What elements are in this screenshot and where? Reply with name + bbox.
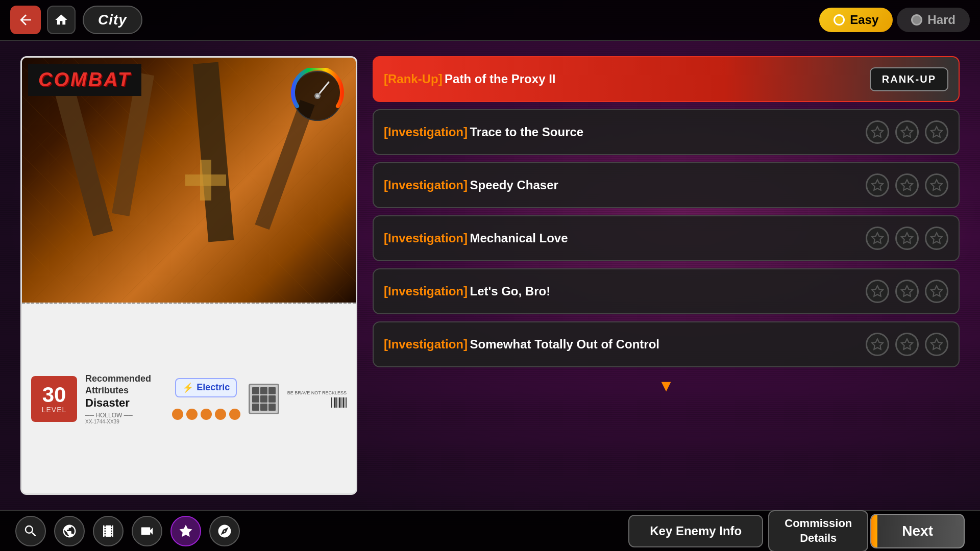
svg-marker-15 (931, 286, 942, 296)
dot-2 (186, 409, 198, 420)
mission-name-4: Let's Go, Bro! (470, 284, 550, 298)
combat-card: COMBAT (20, 56, 357, 495)
next-button[interactable]: Next (870, 514, 965, 548)
svg-marker-10 (872, 233, 883, 243)
mission-name-0: Path of the Proxy II (445, 72, 555, 86)
back-button[interactable] (10, 6, 41, 34)
commission-line1: Commission (785, 517, 852, 530)
electric-label: Electric (197, 382, 230, 393)
svg-marker-8 (901, 180, 913, 190)
grid-cell (252, 395, 259, 403)
hard-button[interactable]: Hard (897, 8, 970, 32)
barcode-lines (331, 397, 347, 408)
commission-line2: Details (800, 532, 837, 544)
barcode-line (336, 397, 337, 408)
recommended-label: Recommended Attributes (85, 373, 164, 397)
building-3 (193, 62, 234, 242)
mission-label-wrap: [Rank-Up] Path of the Proxy II (384, 66, 870, 92)
mission-item-5[interactable]: [Investigation] Somewhat Totally Out of … (373, 321, 960, 367)
star-1 (866, 173, 889, 197)
hard-circle (911, 14, 922, 26)
barcode-line (339, 397, 340, 408)
right-info: ⚡ Electric (172, 378, 240, 420)
electric-icon: ⚡ (182, 382, 193, 393)
mission-bracket-2: [Investigation] (384, 178, 468, 192)
barcode-line (345, 397, 345, 408)
bottombar: Key Enemy Info Commission Details Next (0, 510, 980, 551)
svg-marker-7 (872, 180, 883, 190)
brave-label: BE BRAVE NOT RECKLESS (287, 390, 347, 395)
dot-3 (201, 409, 212, 420)
mission-item-3[interactable]: [Investigation] Mechanical Love (373, 215, 960, 261)
dot-1 (172, 409, 183, 420)
dot-4 (215, 409, 226, 420)
combat-title: COMBAT (38, 69, 131, 90)
star-2 (895, 333, 919, 356)
star-1 (866, 280, 889, 303)
star-2 (895, 173, 919, 197)
camera-button[interactable] (132, 516, 162, 546)
topbar: City Easy Hard (0, 0, 980, 41)
mission-bracket-4: [Investigation] (384, 284, 468, 298)
attr-info: Recommended Attributes Disaster ── HOLLO… (85, 373, 164, 425)
mission-item-1[interactable]: [Investigation] Trace to the Source (373, 109, 960, 155)
svg-marker-16 (872, 339, 883, 349)
mission-name-1: Trace to the Source (470, 125, 583, 139)
grid-cell (260, 387, 267, 394)
grid-cell (260, 395, 267, 403)
star-3 (925, 280, 948, 303)
star-3 (925, 120, 948, 144)
svg-marker-17 (901, 339, 913, 349)
barcode-line (342, 397, 342, 408)
mission-item-4[interactable]: [Investigation] Let's Go, Bro! (373, 268, 960, 314)
mission-label-wrap-3: [Investigation] Mechanical Love (384, 225, 866, 252)
combat-info: 30 LEVEL Recommended Attributes Disaster… (22, 303, 356, 493)
star-3 (925, 333, 948, 356)
rank-up-badge: RANK-UP (870, 67, 948, 91)
star-2 (895, 120, 919, 144)
svg-marker-5 (901, 127, 913, 137)
star-2 (895, 280, 919, 303)
barcode-line (343, 397, 344, 408)
barcode-line (331, 397, 332, 408)
mission-item-rank-up[interactable]: [Rank-Up] Path of the Proxy II RANK-UP (373, 56, 960, 102)
svg-marker-6 (931, 127, 942, 137)
key-enemy-button[interactable]: Key Enemy Info (628, 515, 763, 547)
mission-stars-3 (866, 227, 948, 250)
mission-item-2[interactable]: [Investigation] Speedy Chaser (373, 162, 960, 208)
purple-button[interactable] (170, 516, 201, 546)
grid-cell (268, 404, 276, 411)
combat-header: COMBAT (28, 64, 141, 96)
barcode-line (338, 397, 338, 408)
star-3 (925, 227, 948, 250)
barcode-line (335, 397, 336, 408)
easy-label: Easy (850, 13, 878, 27)
mission-stars-5 (866, 333, 948, 356)
grid-cell (268, 395, 276, 403)
svg-marker-18 (931, 339, 942, 349)
easy-circle (834, 14, 845, 26)
svg-marker-4 (872, 127, 883, 137)
chevron-down-icon: ▼ (658, 377, 674, 395)
easy-button[interactable]: Easy (819, 8, 893, 32)
difficulty-group: Easy Hard (819, 8, 970, 32)
scroll-down: ▼ (373, 377, 960, 395)
mission-list: [Rank-Up] Path of the Proxy II RANK-UP [… (373, 56, 960, 495)
svg-marker-9 (931, 180, 942, 190)
commission-button[interactable]: Commission Details (768, 510, 868, 551)
home-button[interactable] (47, 6, 76, 34)
globe-button[interactable] (54, 516, 85, 546)
settings-button[interactable] (209, 516, 240, 546)
film-button[interactable] (93, 516, 124, 546)
mission-label-wrap-2: [Investigation] Speedy Chaser (384, 172, 866, 198)
grid-cell (252, 387, 259, 394)
svg-point-3 (316, 94, 319, 97)
barcode-line (334, 397, 335, 408)
level-box: 30 LEVEL (31, 376, 77, 422)
level-number: 30 (42, 384, 66, 406)
barcode-line (333, 397, 333, 408)
barcode-line (346, 397, 347, 408)
mission-bracket-1: [Investigation] (384, 125, 468, 139)
grid-icon (249, 384, 279, 414)
search-button[interactable] (15, 516, 46, 546)
